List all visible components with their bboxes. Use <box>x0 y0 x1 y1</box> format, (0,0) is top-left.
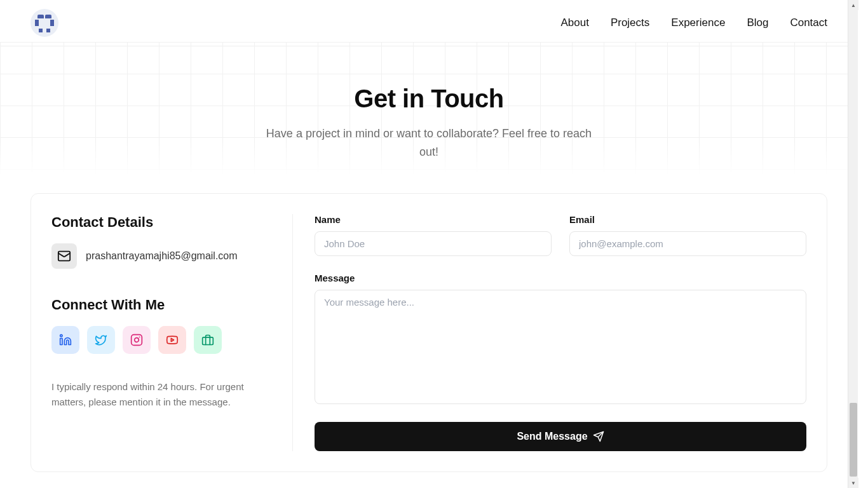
social-links <box>51 326 280 354</box>
twitter-link[interactable] <box>87 326 115 354</box>
send-icon <box>593 431 604 442</box>
twitter-icon <box>95 334 107 346</box>
instagram-icon <box>130 334 143 346</box>
send-message-label: Send Message <box>517 431 587 442</box>
nav-projects[interactable]: Projects <box>611 17 649 29</box>
main-nav: About Projects Experience Blog Contact <box>560 17 827 29</box>
email-label: Email <box>569 214 806 225</box>
linkedin-link[interactable] <box>51 326 79 354</box>
youtube-link[interactable] <box>158 326 186 354</box>
page-title: Get in Touch <box>0 85 858 113</box>
email-row: prashantrayamajhi85@gmail.com <box>51 243 280 269</box>
page-subtitle: Have a project in mind or want to collab… <box>257 125 600 161</box>
hero-section: Get in Touch Have a project in mind or w… <box>0 46 858 161</box>
message-input[interactable] <box>315 290 806 404</box>
nav-contact[interactable]: Contact <box>790 17 827 29</box>
youtube-icon <box>166 334 179 346</box>
response-note: I typically respond within 24 hours. For… <box>51 379 280 410</box>
scroll-thumb[interactable] <box>850 403 857 477</box>
mail-icon <box>51 243 77 269</box>
scroll-down-arrow[interactable]: ▼ <box>848 478 858 488</box>
nav-about[interactable]: About <box>560 17 588 29</box>
header: About Projects Experience Blog Contact <box>0 0 858 46</box>
connect-heading: Connect With Me <box>51 297 280 313</box>
message-label: Message <box>315 273 806 283</box>
svg-rect-3 <box>132 334 142 345</box>
svg-point-2 <box>60 334 62 336</box>
briefcase-icon <box>201 334 214 346</box>
contact-card: Contact Details prashantrayamajhi85@gmai… <box>31 193 827 472</box>
send-message-button[interactable]: Send Message <box>315 422 806 451</box>
email-text[interactable]: prashantrayamajhi85@gmail.com <box>86 250 238 262</box>
contact-details-heading: Contact Details <box>51 214 280 231</box>
nav-experience[interactable]: Experience <box>671 17 725 29</box>
name-label: Name <box>315 214 552 225</box>
contact-details-column: Contact Details prashantrayamajhi85@gmai… <box>51 214 293 451</box>
email-input[interactable] <box>569 231 806 256</box>
svg-rect-1 <box>60 338 62 344</box>
nav-blog[interactable]: Blog <box>747 17 768 29</box>
svg-rect-5 <box>203 337 214 344</box>
scroll-up-arrow[interactable]: ▲ <box>848 0 858 10</box>
logo[interactable] <box>31 9 58 37</box>
linkedin-icon <box>59 334 72 346</box>
portfolio-link[interactable] <box>194 326 222 354</box>
name-input[interactable] <box>315 231 552 256</box>
contact-form: Name Email Message Send Message <box>315 214 806 451</box>
instagram-link[interactable] <box>123 326 151 354</box>
